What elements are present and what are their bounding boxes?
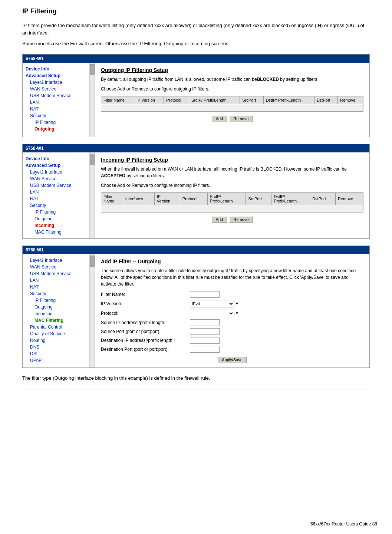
- apply-save-button[interactable]: Apply/Save: [218, 356, 247, 363]
- sidebar-item-lan[interactable]: LAN: [23, 99, 89, 106]
- dropdown-arrow2-icon: ▼: [235, 311, 239, 315]
- sidebar2-item-incoming[interactable]: Incoming: [23, 222, 89, 229]
- sidebar3-item-incoming[interactable]: Incoming: [23, 310, 89, 317]
- incoming-btn-row: Add Remove: [101, 216, 363, 223]
- incoming-add-button[interactable]: Add: [212, 216, 227, 223]
- sidebar3-item-layer2[interactable]: Layer2 Interface: [23, 257, 89, 264]
- sidebar3-item-usb[interactable]: USB Modem Service: [23, 270, 89, 277]
- sidebar-panel3: Layer2 Interface WAN Service USB Modem S…: [23, 254, 95, 367]
- sidebar3-item-parental[interactable]: Parental Control: [23, 324, 89, 330]
- sidebar-item-device-info[interactable]: Device Info: [23, 66, 89, 72]
- sidebar2-item-lan[interactable]: LAN: [23, 189, 89, 195]
- desc-incoming-2: Choose Add or Remove to configure incomi…: [101, 182, 363, 189]
- sidebar2-item-advanced-setup[interactable]: Advanced Setup: [23, 162, 89, 169]
- sidebar-panel2-inner: Device Info Advanced Setup Layer2 Interf…: [23, 155, 95, 235]
- scrollbar-thumb-1: [90, 64, 95, 75]
- label-dstip: Destination IP address[/prefix length]:: [101, 338, 190, 343]
- sidebar-panel1: Device Info Advanced Setup Layer2 Interf…: [23, 63, 95, 137]
- panel-incoming-body: Device Info Advanced Setup Layer2 Interf…: [23, 152, 369, 238]
- col-dstport: DstPort: [314, 96, 337, 104]
- sidebar-item-advanced-setup[interactable]: Advanced Setup: [23, 72, 89, 79]
- label-srcport: Source Port (port or port:port):: [101, 329, 190, 334]
- sidebar-item-layer2[interactable]: Layer2 Interface: [23, 79, 89, 86]
- incoming-remove-button[interactable]: Remove: [229, 216, 253, 223]
- desc-outgoing-2: Choose Add or Remove to configure outgoi…: [101, 86, 363, 92]
- sidebar3-item-ip-filtering[interactable]: IP Filtering: [23, 297, 89, 304]
- table-row-empty: [101, 104, 363, 111]
- sidebar3-item-security[interactable]: Security: [23, 290, 89, 297]
- intro-text-2: Some models use the Firewall screen. Oth…: [22, 40, 370, 47]
- input-filtername[interactable]: [190, 291, 220, 298]
- sidebar2-item-security[interactable]: Security: [23, 202, 89, 209]
- input-srcport[interactable]: [190, 328, 220, 335]
- sidebar3-item-qos[interactable]: Quality of Service: [23, 330, 89, 337]
- main-content-panel2: Incoming IP Filtering Setup When the fir…: [95, 152, 369, 238]
- sidebar3-item-dsl[interactable]: DSL: [23, 350, 89, 357]
- table2-row-empty: [101, 205, 363, 212]
- col2-srcip: SrcIP/PrefixLength: [207, 192, 246, 205]
- input-dstip[interactable]: [190, 337, 220, 344]
- sidebar2-item-usb[interactable]: USB Modem Service: [23, 182, 89, 189]
- col2-filtername: FilterName: [101, 192, 123, 205]
- panel-outgoing: 6768-W1 Device Info Advanced Setup Layer…: [22, 54, 370, 137]
- label-dstport: Destination Port (port or port:port):: [101, 347, 190, 352]
- col-protocol: Protocol: [164, 96, 189, 104]
- col-srcport: SrcPort: [240, 96, 263, 104]
- outgoing-filter-table: Filter Name IP Version Protocol SrcIP/ P…: [101, 96, 363, 112]
- page-title: IP Filtering: [22, 7, 370, 15]
- input-srcip[interactable]: [190, 319, 220, 326]
- sidebar-item-nat[interactable]: NAT: [23, 106, 89, 112]
- sidebar3-item-dns[interactable]: DNS: [23, 344, 89, 350]
- col2-dstip: DstIP/PrefixLength: [271, 192, 310, 205]
- col-remove: Remove: [338, 96, 363, 104]
- sidebar-scrollbar-2[interactable]: [89, 152, 95, 238]
- panel-add-body: Layer2 Interface WAN Service USB Modem S…: [23, 254, 369, 367]
- form-row-protocol: Protocol: ▼: [101, 310, 363, 317]
- sidebar3-item-routing[interactable]: Routing: [23, 337, 89, 344]
- sidebar-panel1-inner: Device Info Advanced Setup Layer2 Interf…: [23, 66, 95, 132]
- sidebar3-item-mac-filtering[interactable]: MAC Filtering: [23, 317, 89, 324]
- sidebar3-item-upnp[interactable]: UPnP: [23, 357, 89, 364]
- sidebar-item-security[interactable]: Security: [23, 112, 89, 119]
- sidebar3-item-outgoing[interactable]: Outgoing: [23, 304, 89, 310]
- sidebar2-item-wan[interactable]: WAN Service: [23, 175, 89, 182]
- panel-add-header: 6768-W1: [23, 246, 369, 254]
- desc-add-1: The screen allows you to create a filter…: [101, 267, 363, 287]
- sidebar3-item-nat[interactable]: NAT: [23, 284, 89, 290]
- form-row-filtername: Filter Name:: [101, 291, 363, 298]
- scrollbar-thumb-2: [90, 154, 95, 165]
- sidebar-item-outgoing[interactable]: Outgoing: [23, 126, 89, 132]
- label-protocol: Protocol:: [101, 311, 190, 316]
- sidebar2-item-nat[interactable]: NAT: [23, 195, 89, 202]
- col-ipversion: IP Version: [134, 96, 164, 104]
- label-srcip: Source IP address[/prefix length]:: [101, 320, 190, 325]
- sidebar-item-ip-filtering[interactable]: IP Filtering: [23, 119, 89, 126]
- select-ipversion[interactable]: IPv4 IPv6: [190, 300, 234, 307]
- sidebar3-item-lan[interactable]: LAN: [23, 277, 89, 284]
- sidebar-item-wan[interactable]: WAN Service: [23, 86, 89, 92]
- sidebar-scrollbar-1[interactable]: [89, 63, 95, 137]
- sidebar2-item-ip-filtering[interactable]: IP Filtering: [23, 209, 89, 215]
- col2-dstport: DstPort: [310, 192, 336, 205]
- form-row-dstport: Destination Port (port or port:port):: [101, 346, 363, 353]
- apply-btn-row: Apply/Save: [101, 356, 363, 363]
- panel-outgoing-body: Device Info Advanced Setup Layer2 Interf…: [23, 63, 369, 137]
- incoming-filter-table: FilterName Interfaces IPVersion Protocol…: [101, 192, 363, 212]
- footer-divider: 66xx/67xx Router Users Guide 88: [22, 389, 370, 392]
- sidebar-item-usb[interactable]: USB Modem Service: [23, 92, 89, 99]
- form-row-ipversion: IP Version: IPv4 IPv6 ▼: [101, 300, 363, 307]
- sidebar2-item-layer2[interactable]: Layer2 Interface: [23, 169, 89, 175]
- form-row-dstip: Destination IP address[/prefix length]:: [101, 337, 363, 344]
- col2-srcport: SrcPort: [246, 192, 271, 205]
- sidebar2-item-outgoing[interactable]: Outgoing: [23, 215, 89, 222]
- sidebar2-item-device-info[interactable]: Device Info: [23, 155, 89, 162]
- input-dstport[interactable]: [190, 346, 220, 353]
- sidebar3-item-wan[interactable]: WAN Service: [23, 264, 89, 270]
- sidebar-scrollbar-3[interactable]: [89, 254, 95, 367]
- sidebar2-item-mac-filtering[interactable]: MAC Filtering: [23, 229, 89, 235]
- col2-ipversion: IPVersion: [154, 192, 180, 205]
- outgoing-add-button[interactable]: Add: [212, 115, 227, 122]
- select-protocol[interactable]: [190, 310, 234, 317]
- form-row-srcip: Source IP address[/prefix length]:: [101, 319, 363, 326]
- outgoing-remove-button[interactable]: Remove: [229, 115, 253, 122]
